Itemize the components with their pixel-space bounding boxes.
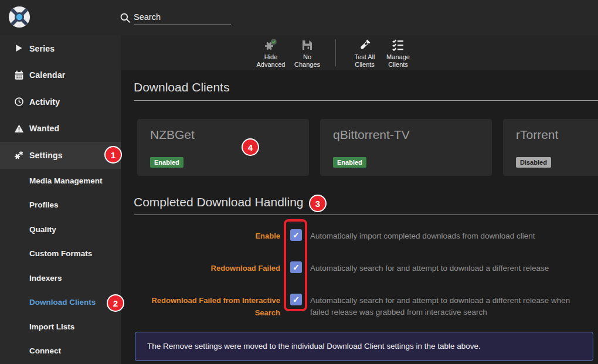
section-divider xyxy=(134,100,598,101)
redownload-failed-interactive-checkbox[interactable] xyxy=(290,294,302,305)
sidebar-item-media-management[interactable]: Media Management xyxy=(0,169,121,193)
sidebar-subitem-label: Connect xyxy=(29,346,61,355)
client-name: NZBGet xyxy=(150,128,195,142)
download-clients-heading: Download Clients xyxy=(134,80,229,94)
app-window: Series Calendar Activity xyxy=(0,0,598,364)
status-badge: Enabled xyxy=(333,157,366,168)
search-input[interactable] xyxy=(134,9,231,25)
sidebar-item-settings[interactable]: Settings xyxy=(0,142,121,169)
calendar-icon xyxy=(14,70,24,80)
status-badge: Enabled xyxy=(150,157,184,168)
form-row-redownload-failed-interactive: Redownload Failed from Interactive Searc… xyxy=(134,290,598,322)
page-toolbar: Hide Advanced No Changes Test All xyxy=(121,35,598,70)
section-divider xyxy=(134,215,598,215)
sidebar-item-label: Wanted xyxy=(29,124,59,133)
redownload-failed-help-text: Automatically search for and attempt to … xyxy=(310,263,590,274)
sidebar-item-import-lists[interactable]: Import Lists xyxy=(0,315,121,339)
sidebar-item-connect[interactable]: Connect xyxy=(0,339,121,363)
clock-icon xyxy=(14,97,24,107)
sidebar-subitem-label: Download Clients xyxy=(29,298,96,307)
save-icon xyxy=(300,38,314,52)
sidebar-item-profiles[interactable]: Profiles xyxy=(0,193,121,217)
sidebar-item-wanted[interactable]: Wanted xyxy=(0,115,121,142)
sidebar-subitem-label: Indexers xyxy=(29,274,62,283)
search-area xyxy=(120,9,237,27)
toolbar-button-label: Hide xyxy=(250,53,291,61)
completed-download-handling-heading: Completed Download Handling xyxy=(134,195,304,209)
client-card-rtorrent[interactable]: rTorrent Disabled xyxy=(503,119,598,176)
hide-advanced-button[interactable]: Hide Advanced xyxy=(250,38,291,69)
warning-icon xyxy=(14,124,24,134)
toolbar-button-label: Advanced xyxy=(250,61,291,69)
sidebar-item-label: Calendar xyxy=(29,70,66,80)
main-content: Download Clients NZBGet Enabled qBittorr… xyxy=(121,70,598,364)
sidebar-subitem-label: Import Lists xyxy=(29,322,74,331)
sidebar-nav: Series Calendar Activity xyxy=(0,35,121,364)
test-tube-icon xyxy=(358,38,372,52)
toolbar-button-label: Changes xyxy=(287,61,328,69)
sidebar-item-custom-formats[interactable]: Custom Formats xyxy=(0,241,121,266)
sidebar-item-series[interactable]: Series xyxy=(0,35,121,62)
sidebar-item-indexers[interactable]: Indexers xyxy=(0,266,121,291)
sidebar-item-label: Settings xyxy=(29,151,63,160)
play-icon xyxy=(14,43,24,53)
toolbar-button-label: No xyxy=(287,53,328,61)
toolbar-button-label: Clients xyxy=(378,61,419,69)
toolbar-divider xyxy=(335,39,336,66)
advanced-toggle-icon xyxy=(264,38,278,52)
sidebar-subitem-label: Profiles xyxy=(29,200,59,209)
status-badge: Disabled xyxy=(516,157,551,168)
sidebar-item-label: Activity xyxy=(29,97,60,107)
client-card-qbittorrent-tv[interactable]: qBittorrent-TV Enabled xyxy=(320,119,492,176)
sidebar-subitem-label: Quality xyxy=(29,225,56,234)
form-row-enable: Enable Automatically import completed do… xyxy=(134,226,598,258)
client-name: rTorrent xyxy=(516,128,558,142)
redownload-failed-checkbox[interactable] xyxy=(290,261,302,273)
manage-clients-button[interactable]: Manage Clients xyxy=(378,38,419,69)
top-header-bar xyxy=(0,0,598,35)
gears-icon xyxy=(14,150,24,160)
sidebar-item-quality[interactable]: Quality xyxy=(0,217,121,242)
sidebar-item-calendar[interactable]: Calendar xyxy=(0,62,121,89)
info-alert: The Remove settings were moved to the in… xyxy=(135,332,593,361)
enable-label: Enable xyxy=(134,230,280,242)
enable-help-text: Automatically import completed downloads… xyxy=(310,230,590,242)
enable-checkbox[interactable] xyxy=(290,229,302,241)
sidebar-item-label: Series xyxy=(29,44,55,53)
sidebar-subitem-label: Custom Formats xyxy=(29,249,92,258)
sidebar-subitem-label: Media Management xyxy=(29,176,103,185)
redownload-failed-interactive-help-text: Automatically search for and attempt to … xyxy=(310,295,590,318)
search-icon xyxy=(120,12,131,23)
checklist-icon xyxy=(391,38,405,52)
info-alert-message: The Remove settings were moved to the in… xyxy=(147,342,481,351)
sidebar-item-download-clients[interactable]: Download Clients xyxy=(0,290,121,315)
client-name: qBittorrent-TV xyxy=(333,128,410,142)
toolbar-button-label: Manage xyxy=(378,53,419,61)
redownload-failed-interactive-label: Redownload Failed from Interactive Searc… xyxy=(134,294,280,319)
redownload-failed-label: Redownload Failed xyxy=(134,262,280,274)
sidebar-item-activity[interactable]: Activity xyxy=(0,89,121,115)
sonarr-logo-icon[interactable] xyxy=(8,6,30,28)
client-card-nzbget[interactable]: NZBGet Enabled xyxy=(137,119,309,176)
save-changes-button[interactable]: No Changes xyxy=(287,38,328,69)
form-row-redownload-failed: Redownload Failed Automatically search f… xyxy=(134,258,598,290)
